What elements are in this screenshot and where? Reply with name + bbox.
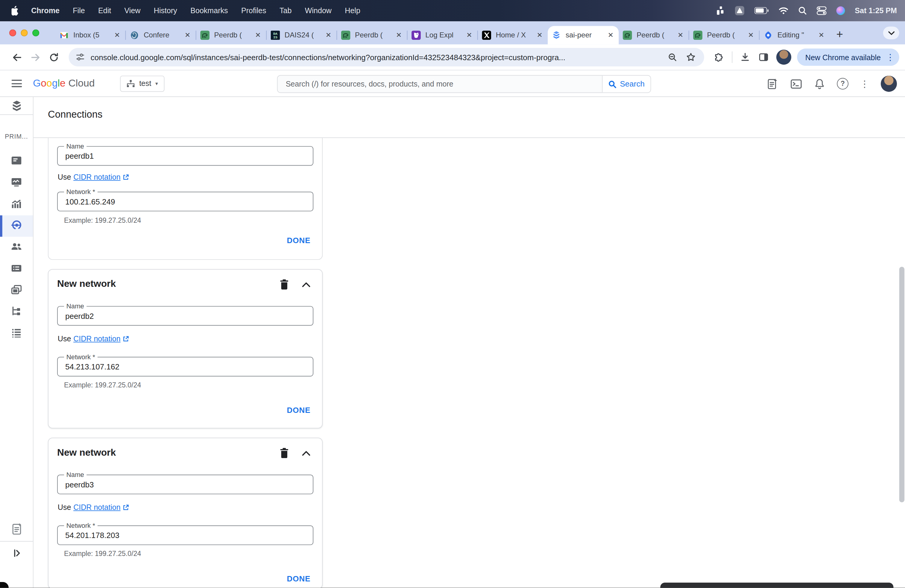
gcp-search-bar[interactable]: Search	[277, 75, 651, 93]
menubar-item-chrome[interactable]: Chrome	[31, 6, 60, 15]
release-notes-icon[interactable]	[767, 78, 779, 90]
tab-close-icon[interactable]: ✕	[324, 31, 332, 39]
close-window-button[interactable]	[9, 29, 16, 36]
help-icon[interactable]: ?	[837, 78, 848, 89]
name-input[interactable]	[57, 146, 313, 166]
tab-editing[interactable]: Editing " ✕	[760, 26, 829, 44]
tab-close-icon[interactable]: ✕	[817, 31, 826, 39]
cloud-shell-icon[interactable]	[790, 78, 802, 90]
google-cloud-logo[interactable]: GoogleCloud	[33, 77, 95, 89]
vertical-scrollbar-thumb[interactable]	[899, 267, 904, 502]
sidebar-item-replicas[interactable]	[0, 305, 33, 317]
done-button[interactable]: DONE	[287, 236, 310, 245]
cloud-sql-logo-icon[interactable]	[0, 100, 33, 113]
extensions-icon[interactable]	[710, 47, 729, 67]
done-button[interactable]: DONE	[287, 406, 310, 415]
tab-close-icon[interactable]: ✕	[465, 31, 473, 39]
tab-peerdb[interactable]: Peerdb ( ✕	[337, 26, 407, 44]
reload-button[interactable]	[44, 47, 63, 67]
minimize-window-button[interactable]	[21, 29, 27, 36]
gcp-search-button[interactable]: Search	[602, 76, 650, 92]
menubar-item-history[interactable]: History	[154, 6, 177, 15]
sidebar-item-databases[interactable]	[0, 262, 33, 275]
project-picker-button[interactable]: test ▾	[120, 75, 165, 92]
menubar-item-edit[interactable]: Edit	[98, 6, 111, 15]
tab-peerdb[interactable]: Peerdb ( ✕	[196, 26, 266, 44]
nav-menu-icon[interactable]	[12, 79, 22, 87]
sidebar-item-system-insights[interactable]	[0, 176, 33, 188]
sidebar-item-operations[interactable]	[0, 327, 33, 339]
back-button[interactable]	[8, 47, 26, 67]
tab-search-chevron-button[interactable]	[883, 27, 899, 39]
menubar-item-file[interactable]: File	[73, 6, 85, 15]
sidebar-item-query-insights[interactable]	[0, 198, 33, 210]
tab-log-explorer[interactable]: Log Expl ✕	[408, 26, 477, 44]
browser-menu-dots-icon[interactable]: ⋮	[886, 52, 894, 63]
name-input[interactable]	[57, 306, 313, 326]
tab-close-icon[interactable]: ✕	[536, 31, 544, 39]
name-input[interactable]	[57, 475, 313, 494]
tab-peerdb[interactable]: Peerdb ( ✕	[689, 26, 759, 44]
done-button[interactable]: DONE	[287, 575, 310, 583]
tab-close-icon[interactable]: ✕	[747, 31, 755, 39]
collapse-card-icon[interactable]	[299, 278, 313, 292]
bookmark-star-icon[interactable]	[686, 52, 696, 63]
new-tab-button[interactable]: +	[836, 28, 843, 41]
menubar-item-help[interactable]: Help	[345, 6, 360, 15]
apple-icon[interactable]	[12, 6, 20, 16]
url-bar[interactable]: console.cloud.google.com/sql/instances/s…	[68, 48, 704, 67]
delete-network-button[interactable]	[277, 277, 291, 291]
tab-sai-peerdb-active[interactable]: sai-peer ✕	[548, 26, 619, 44]
tab-peerdb[interactable]: Peerdb ( ✕	[619, 26, 688, 44]
collapse-card-icon[interactable]	[299, 447, 313, 460]
downloads-button[interactable]	[736, 47, 754, 67]
example-hint: Example: 199.27.25.0/24	[64, 381, 141, 389]
site-settings-icon[interactable]	[76, 52, 85, 62]
tab-x-home[interactable]: Home / X ✕	[478, 26, 548, 44]
collapse-rail-icon[interactable]	[0, 548, 33, 558]
stats-blocks-icon[interactable]	[717, 6, 725, 15]
wifi-icon[interactable]	[779, 7, 789, 14]
tab-close-icon[interactable]: ✕	[676, 31, 684, 39]
app-box-icon[interactable]	[735, 6, 745, 16]
battery-icon[interactable]	[754, 7, 769, 14]
sidebar-item-overview[interactable]	[0, 154, 33, 167]
zoom-window-button[interactable]	[32, 29, 39, 36]
tab-close-icon[interactable]: ✕	[254, 31, 262, 39]
browser-profile-avatar[interactable]	[776, 50, 791, 65]
menubar-item-tab[interactable]: Tab	[279, 6, 292, 15]
tab-close-icon[interactable]: ✕	[113, 31, 121, 39]
menubar-item-view[interactable]: View	[124, 6, 141, 15]
forward-button[interactable]	[26, 47, 44, 67]
sidebar-item-backups[interactable]	[0, 283, 33, 296]
url-text[interactable]: console.cloud.google.com/sql/instances/s…	[90, 53, 668, 61]
cidr-prefix: Use	[58, 334, 71, 343]
header-menu-dots-icon[interactable]: ⋮	[860, 78, 869, 89]
spotlight-icon[interactable]	[798, 6, 807, 15]
cidr-notation-link[interactable]: CIDR notation	[73, 334, 129, 343]
update-chrome-button[interactable]: New Chrome available ⋮	[797, 49, 899, 66]
tab-dais24[interactable]: DAIS DAIS24 ( ✕	[267, 26, 337, 44]
menubar-item-window[interactable]: Window	[305, 6, 332, 15]
menubar-item-bookmarks[interactable]: Bookmarks	[191, 6, 228, 15]
account-avatar[interactable]	[881, 76, 897, 92]
cidr-notation-link[interactable]: CIDR notation	[73, 173, 129, 181]
side-panel-button[interactable]	[754, 47, 773, 67]
siri-icon[interactable]	[837, 6, 845, 15]
gcp-search-input[interactable]	[278, 76, 602, 92]
menubar-item-profiles[interactable]: Profiles	[241, 6, 266, 15]
tab-inbox[interactable]: Inbox (5 ✕	[56, 26, 125, 44]
sidebar-item-users[interactable]	[0, 240, 33, 253]
notifications-bell-icon[interactable]	[814, 78, 826, 90]
sidebar-item-connections[interactable]	[0, 219, 33, 231]
tab-close-icon[interactable]: ✕	[607, 31, 615, 39]
control-center-icon[interactable]	[817, 6, 827, 15]
tab-close-icon[interactable]: ✕	[183, 31, 192, 39]
menubar-clock[interactable]: Sat 1:25 PM	[855, 6, 897, 15]
tab-close-icon[interactable]: ✕	[395, 31, 403, 39]
tab-conference[interactable]: Confere ✕	[126, 26, 195, 44]
release-notes-doc-icon[interactable]	[0, 523, 33, 535]
zoom-out-icon[interactable]	[668, 52, 678, 62]
cidr-notation-link[interactable]: CIDR notation	[73, 503, 129, 512]
delete-network-button[interactable]	[277, 446, 291, 459]
